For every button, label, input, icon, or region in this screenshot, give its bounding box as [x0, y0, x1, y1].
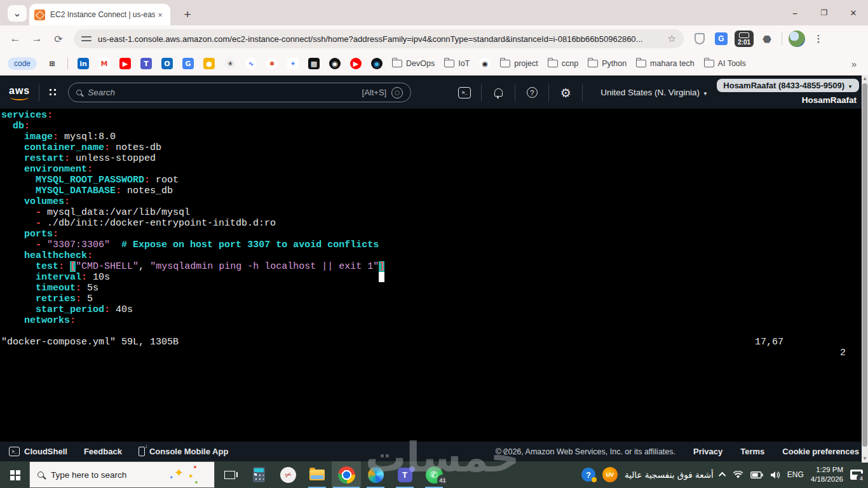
- aws-console-footer: CloudShell Feedback Console Mobile App ©…: [0, 442, 868, 461]
- bookmark-youtube-icon[interactable]: ▶: [119, 58, 131, 69]
- chrome-app[interactable]: [332, 461, 361, 488]
- tab-search-button[interactable]: [8, 5, 27, 22]
- terms-link[interactable]: Terms: [740, 447, 764, 456]
- bookmark-mahara tech[interactable]: mahara tech: [636, 59, 694, 68]
- terminal-line: - "3307:3306" # Expose on host port 3307…: [1, 240, 868, 250]
- bookmark-claude-icon[interactable]: ✹: [266, 58, 278, 69]
- tab-strip: EC2 Instance Connect | us-east-: [0, 0, 868, 25]
- bookmark-youtube-music-icon[interactable]: ▶: [350, 58, 362, 69]
- wifi-icon[interactable]: [733, 471, 743, 479]
- snipping-tool-app[interactable]: [273, 461, 302, 488]
- account-menu-button[interactable]: HosamRaafat (8433-4855-9509): [717, 79, 859, 92]
- close-button[interactable]: [839, 0, 868, 25]
- help-tray-icon[interactable]: [581, 468, 595, 482]
- bookmark-dark-app-icon[interactable]: ▩: [308, 58, 320, 69]
- aws-logo[interactable]: aws: [9, 85, 30, 100]
- language-indicator[interactable]: ENG: [787, 470, 804, 479]
- speaker-icon[interactable]: [770, 471, 780, 479]
- region-selector[interactable]: United States (N. Virginia): [600, 88, 708, 97]
- weather-text[interactable]: أشعة فوق بنفسجية عالية: [625, 470, 714, 480]
- taskbar-search-input[interactable]: Type here to search ✦ ✦ ✦: [29, 461, 215, 488]
- services-grid-icon[interactable]: [48, 88, 58, 97]
- profile-avatar[interactable]: [789, 30, 805, 47]
- forward-icon[interactable]: [28, 30, 46, 48]
- whatsapp-app[interactable]: 41: [419, 461, 449, 488]
- terminal-line: services:: [1, 110, 868, 121]
- start-button[interactable]: [0, 461, 29, 488]
- bookmark-gmail-icon[interactable]: M: [98, 58, 110, 69]
- bookmark-linkedin-icon[interactable]: in: [78, 58, 89, 69]
- aws-search-input[interactable]: Search [Alt+S]: [68, 83, 411, 102]
- file-explorer-app[interactable]: [302, 461, 332, 488]
- task-view-button[interactable]: [215, 461, 244, 488]
- notification-center-icon[interactable]: 4: [850, 470, 863, 480]
- reload-icon[interactable]: [50, 30, 67, 48]
- cloudshell-icon: [458, 87, 471, 98]
- cookie-preferences-link[interactable]: Cookie preferences: [782, 447, 859, 456]
- bookmarks-overflow-icon[interactable]: [848, 58, 860, 69]
- notifications-bell-button[interactable]: [491, 85, 506, 100]
- terminal-lines: services: db: image: mysql:8.0 container…: [1, 110, 868, 326]
- back-icon[interactable]: [6, 30, 24, 48]
- bookmark-globe-icon[interactable]: ◉: [479, 58, 491, 69]
- tray-expand-chevron-icon[interactable]: [719, 472, 726, 479]
- address-bar[interactable]: us-east-1.console.aws.amazon.com/ec2-ins…: [74, 29, 684, 48]
- tab-close-icon[interactable]: [155, 10, 165, 20]
- bookmark-translate-icon[interactable]: G: [182, 58, 194, 69]
- cloudshell-icon: [9, 447, 20, 456]
- uv-index-icon[interactable]: UV: [602, 467, 618, 482]
- terminal-line: - mysql_data:/var/lib/mysql: [1, 207, 868, 218]
- bookmark-DevOps[interactable]: DevOps: [392, 59, 435, 68]
- photos-app[interactable]: [361, 461, 390, 488]
- amazon-q-icon: [391, 87, 403, 98]
- bookmark-gemini-icon[interactable]: ✦: [287, 58, 299, 69]
- folder-icon: [636, 60, 646, 67]
- bookmark-keep-icon[interactable]: ●: [203, 58, 215, 69]
- new-tab-button[interactable]: [179, 6, 196, 23]
- extensions-puzzle-icon[interactable]: [759, 30, 775, 47]
- translate-extension-icon[interactable]: G: [713, 30, 729, 47]
- teams-app[interactable]: T: [390, 461, 419, 488]
- help-button[interactable]: [524, 85, 539, 100]
- bookmark-star-icon[interactable]: [668, 33, 676, 44]
- bookmark-code[interactable]: code: [8, 57, 37, 70]
- restore-button[interactable]: [810, 0, 839, 25]
- site-settings-icon[interactable]: [81, 34, 92, 43]
- bookmark-AI Tools[interactable]: AI Tools: [704, 59, 746, 68]
- bookmark-dark-eye-icon[interactable]: ◉: [371, 58, 383, 69]
- bookmark-apps-grid-icon[interactable]: ⊞: [46, 58, 58, 69]
- adblock-extension-icon[interactable]: [691, 30, 708, 47]
- footer-right: © 2026, Amazon Web Services, Inc. or its…: [496, 447, 859, 456]
- privacy-link[interactable]: Privacy: [693, 447, 722, 456]
- bookmark-IoT[interactable]: IoT: [444, 59, 470, 68]
- bookmark-ccnp[interactable]: ccnp: [548, 59, 578, 68]
- battery-icon[interactable]: [750, 471, 763, 478]
- search-icon: [37, 471, 44, 478]
- bookmark-chatgpt-icon[interactable]: ✳: [224, 58, 236, 69]
- bookmark-teams-icon[interactable]: T: [140, 58, 152, 69]
- browser-tab[interactable]: EC2 Instance Connect | us-east-: [29, 4, 170, 25]
- footer-feedback-link[interactable]: Feedback: [84, 447, 122, 456]
- footer-cloudshell-button[interactable]: CloudShell: [9, 447, 67, 456]
- settings-gear-icon[interactable]: [558, 85, 573, 100]
- bookmark-Python[interactable]: Python: [588, 59, 627, 68]
- terminal-line: volumes:: [1, 196, 868, 207]
- menu-kebab-icon[interactable]: [810, 30, 827, 47]
- calculator-app[interactable]: [244, 461, 273, 488]
- folder-icon: [704, 60, 714, 67]
- timer-extension-badge[interactable]: 2:01: [735, 30, 754, 47]
- bookmark-outlook-icon[interactable]: O: [161, 58, 173, 69]
- cloudshell-header-button[interactable]: [457, 85, 472, 100]
- vertical-scrollbar[interactable]: [862, 75, 868, 463]
- bookmark-podcast-icon[interactable]: ◉: [329, 58, 341, 69]
- scrollbar-thumb[interactable]: [862, 83, 867, 447]
- minimize-button[interactable]: [780, 0, 810, 25]
- bookmark-deepseek-icon[interactable]: ∿: [245, 58, 257, 69]
- scroll-up-arrow[interactable]: [862, 75, 868, 83]
- clock[interactable]: 1:29 PM4/18/2026: [811, 465, 843, 484]
- footer-mobile-app-link[interactable]: Console Mobile App: [139, 447, 228, 456]
- feedback-label: Feedback: [84, 447, 122, 456]
- bookmark-project[interactable]: project: [500, 59, 538, 68]
- ec2-terminal[interactable]: services: db: image: mysql:8.0 container…: [0, 109, 868, 442]
- scroll-down-arrow[interactable]: [862, 455, 868, 463]
